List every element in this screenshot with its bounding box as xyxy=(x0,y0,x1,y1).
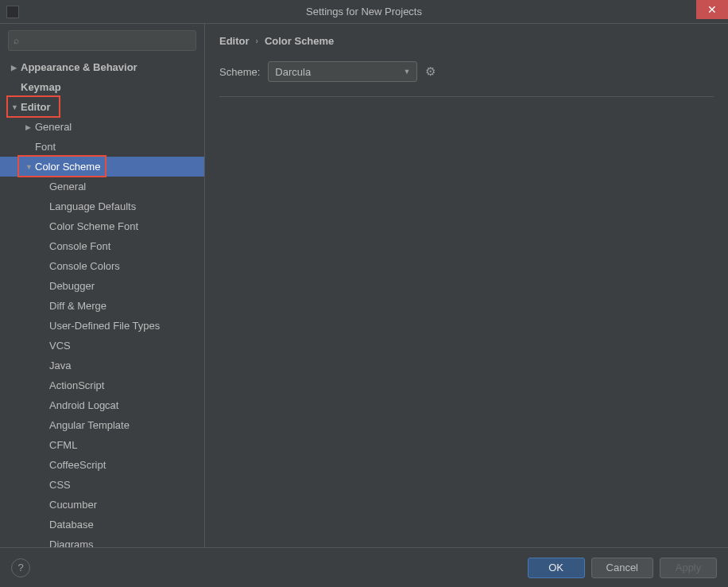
tree-item[interactable]: Database xyxy=(0,515,204,535)
scheme-label: Scheme: xyxy=(219,66,260,78)
tree-item-label: Console Font xyxy=(49,240,110,252)
tree-item-label: Editor xyxy=(21,101,51,113)
tree-item-label: Java xyxy=(49,360,71,371)
chevron-down-icon: ▼ xyxy=(11,103,21,111)
tree-item-label: CFML xyxy=(49,439,77,451)
search-input[interactable] xyxy=(22,35,191,47)
gear-icon[interactable]: ⚙ xyxy=(425,64,436,79)
chevron-right-icon: ▶ xyxy=(25,123,35,131)
tree-item[interactable]: Font xyxy=(0,137,204,157)
footer: ? OK Cancel Apply xyxy=(0,547,728,587)
settings-tree[interactable]: ▶Appearance & BehaviorKeymap▼Editor▶Gene… xyxy=(0,57,204,547)
tree-item[interactable]: Language Defaults xyxy=(0,196,204,216)
tree-item-label: User-Defined File Types xyxy=(49,320,160,332)
tree-item[interactable]: General xyxy=(0,177,204,196)
tree-item-label: ActionScript xyxy=(49,379,104,391)
tree-item-label: Color Scheme xyxy=(35,161,100,173)
tree-item[interactable]: Cucumber xyxy=(0,495,204,515)
tree-item[interactable]: VCS xyxy=(0,336,204,356)
tree-item-label: Font xyxy=(35,141,56,153)
tree-item-label: Language Defaults xyxy=(49,200,136,212)
content-panel: Editor › Color Scheme Scheme: Darcula ▼ … xyxy=(205,24,728,547)
tree-item[interactable]: Diagrams xyxy=(0,535,204,547)
tree-item-label: Console Colors xyxy=(49,260,120,272)
tree-item[interactable]: Color Scheme Font xyxy=(0,216,204,236)
tree-item[interactable]: Console Font xyxy=(0,236,204,256)
tree-item[interactable]: ▶General xyxy=(0,117,204,137)
breadcrumb-part[interactable]: Editor xyxy=(219,35,250,47)
close-button[interactable]: ✕ xyxy=(696,0,728,19)
search-icon: ⌕ xyxy=(14,35,19,46)
breadcrumb-part: Color Scheme xyxy=(265,35,334,47)
tree-item-label: Cucumber xyxy=(49,499,97,511)
scheme-value: Darcula xyxy=(275,66,311,78)
chevron-down-icon: ▼ xyxy=(403,68,410,76)
tree-item[interactable]: ▼Editor xyxy=(0,97,204,117)
tree-item-label: Database xyxy=(49,519,94,531)
tree-item-label: Debugger xyxy=(49,280,95,292)
app-icon xyxy=(6,6,19,18)
tree-item-label: Diagrams xyxy=(49,538,94,547)
window-title: Settings for New Projects xyxy=(306,6,422,17)
tree-item-label: Appearance & Behavior xyxy=(21,61,137,73)
breadcrumb: Editor › Color Scheme xyxy=(219,35,714,47)
tree-item[interactable]: ▶Appearance & Behavior xyxy=(0,57,204,77)
tree-item-label: Keymap xyxy=(21,81,61,93)
tree-item[interactable]: Debugger xyxy=(0,276,204,296)
tree-item-label: General xyxy=(35,121,72,133)
chevron-right-icon: › xyxy=(256,37,258,45)
chevron-right-icon: ▶ xyxy=(11,64,21,72)
tree-item[interactable]: CFML xyxy=(0,435,204,455)
tree-item[interactable]: Java xyxy=(0,356,204,375)
tree-item[interactable]: Console Colors xyxy=(0,256,204,276)
tree-item[interactable]: ActionScript xyxy=(0,375,204,395)
tree-item-label: CSS xyxy=(49,479,71,491)
tree-item-label: Android Logcat xyxy=(49,399,118,411)
tree-item-label: Diff & Merge xyxy=(49,300,106,312)
tree-item[interactable]: ▼Color Scheme xyxy=(0,157,204,177)
tree-item[interactable]: Angular Template xyxy=(0,415,204,435)
chevron-down-icon: ▼ xyxy=(25,163,35,171)
tree-item[interactable]: Keymap xyxy=(0,77,204,97)
tree-item-label: Color Scheme Font xyxy=(49,220,138,232)
search-box[interactable]: ⌕ xyxy=(8,30,196,51)
help-icon: ? xyxy=(17,562,23,573)
tree-item-label: CoffeeScript xyxy=(49,459,106,471)
cancel-button[interactable]: Cancel xyxy=(591,558,653,578)
ok-button[interactable]: OK xyxy=(528,558,585,578)
apply-button[interactable]: Apply xyxy=(660,558,717,578)
close-icon: ✕ xyxy=(707,3,717,16)
tree-item-label: Angular Template xyxy=(49,419,130,431)
tree-item[interactable]: Diff & Merge xyxy=(0,296,204,316)
help-button[interactable]: ? xyxy=(11,558,30,577)
tree-item[interactable]: CSS xyxy=(0,475,204,495)
titlebar: Settings for New Projects ✕ xyxy=(0,0,728,24)
tree-item[interactable]: CoffeeScript xyxy=(0,455,204,475)
tree-item-label: General xyxy=(49,181,86,192)
tree-item-label: VCS xyxy=(49,340,71,352)
scheme-row: Scheme: Darcula ▼ ⚙ xyxy=(219,61,714,97)
tree-item[interactable]: User-Defined File Types xyxy=(0,316,204,336)
tree-item[interactable]: Android Logcat xyxy=(0,395,204,415)
scheme-dropdown[interactable]: Darcula ▼ xyxy=(268,61,417,82)
sidebar: ⌕ ▶Appearance & BehaviorKeymap▼Editor▶Ge… xyxy=(0,24,205,547)
